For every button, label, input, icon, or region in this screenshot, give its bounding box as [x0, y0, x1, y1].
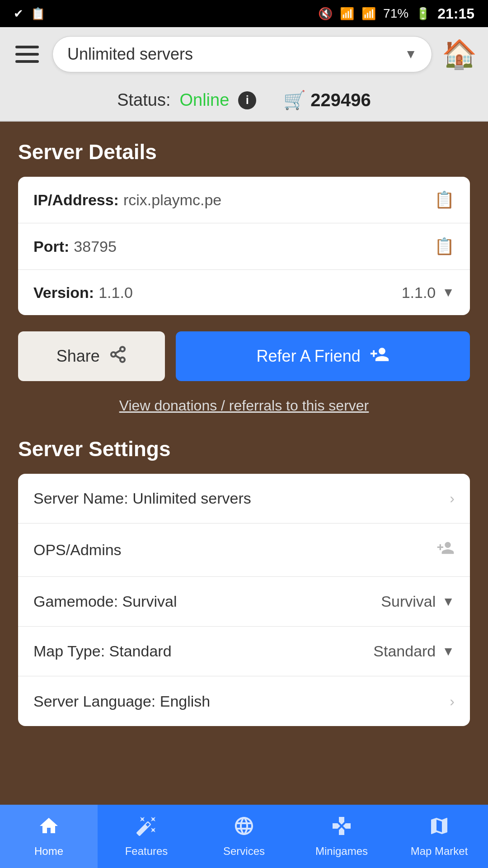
settings-gamemode-label: Gamemode: Survival	[33, 593, 381, 610]
settings-name-arrow-icon: ›	[450, 490, 455, 507]
gamemode-arrow-icon: ▼	[442, 594, 455, 609]
nav-home-label: Home	[34, 845, 63, 858]
add-admin-icon	[436, 539, 455, 561]
action-buttons: Share Refer A Friend	[18, 331, 470, 381]
ip-value: rcix.playmc.pe	[123, 191, 434, 209]
status-bar: ✔ 📋 🔇 📶 📶 71% 🔋 21:15	[0, 0, 488, 27]
server-dropdown-label: Unlimited servers	[67, 45, 193, 64]
settings-row-maptype[interactable]: Map Type: Standard Standard ▼	[18, 627, 470, 676]
battery-icon: 🔋	[416, 7, 430, 21]
settings-row-language[interactable]: Server Language: English ›	[18, 676, 470, 726]
status-time: 21:15	[437, 5, 474, 22]
share-icon	[109, 345, 127, 368]
version-row: Version: 1.1.0 1.1.0 ▼	[18, 270, 470, 315]
donations-link[interactable]: View donations / referrals to this serve…	[119, 397, 369, 414]
info-icon[interactable]: i	[238, 91, 256, 109]
settings-server-name-label: Server Name: Unlimited servers	[33, 490, 450, 507]
top-nav: Unlimited servers ▼ 🏠	[0, 27, 488, 81]
settings-language-arrow-icon: ›	[450, 693, 455, 710]
app-icon-2: 📋	[31, 7, 45, 21]
svg-line-4	[115, 350, 120, 353]
nav-map-market-label: Map Market	[411, 845, 468, 858]
port-value: 38795	[74, 238, 434, 255]
share-button[interactable]: Share	[18, 331, 165, 381]
settings-row-gamemode[interactable]: Gamemode: Survival Survival ▼	[18, 577, 470, 627]
maptype-arrow-icon: ▼	[442, 644, 455, 659]
refer-button[interactable]: Refer A Friend	[176, 331, 470, 381]
port-row: Port: 38795 📋	[18, 223, 470, 270]
ip-label: IP/Address:	[33, 191, 119, 209]
settings-row-name[interactable]: Server Name: Unlimited servers ›	[18, 474, 470, 524]
port-label: Port:	[33, 238, 69, 255]
wifi-icon: 📶	[340, 7, 354, 21]
status-value: Online	[179, 90, 229, 110]
refer-button-label: Refer A Friend	[257, 347, 361, 366]
home-icon: 🏠	[442, 38, 477, 71]
settings-maptype-label: Map Type: Standard	[33, 642, 373, 660]
settings-language-label: Server Language: English	[33, 693, 450, 710]
svg-line-3	[115, 355, 120, 359]
hamburger-line-1	[15, 46, 39, 48]
version-dropdown-arrow-icon: ▼	[442, 285, 455, 300]
refer-friend-icon	[370, 344, 389, 368]
signal-icon: 📶	[361, 7, 376, 21]
nav-map-market-icon	[428, 815, 450, 841]
nav-services-icon	[233, 815, 255, 841]
nav-minigames-icon	[331, 815, 352, 841]
server-dropdown-arrow-icon: ▼	[404, 47, 417, 61]
version-label: Version:	[33, 284, 94, 302]
info-icon-label: i	[246, 93, 249, 107]
maptype-value: Standard	[373, 642, 436, 660]
maptype-dropdown[interactable]: Standard ▼	[373, 642, 455, 660]
server-settings-card: Server Name: Unlimited servers › OPS/Adm…	[18, 474, 470, 726]
main-content: Server Details IP/Address: rcix.playmc.p…	[0, 122, 488, 815]
bottom-nav: Home Features Services Minigames	[0, 805, 488, 868]
ip-row: IP/Address: rcix.playmc.pe 📋	[18, 177, 470, 223]
nav-item-services[interactable]: Services	[195, 805, 293, 868]
version-dropdown[interactable]: 1.1.0 ▼	[402, 284, 455, 302]
cart-section[interactable]: 🛒 229496	[283, 90, 371, 111]
server-details-title: Server Details	[18, 140, 470, 164]
nav-item-minigames[interactable]: Minigames	[293, 805, 390, 868]
nav-item-home[interactable]: Home	[0, 805, 98, 868]
cart-number: 229496	[310, 90, 371, 110]
port-copy-icon[interactable]: 📋	[434, 237, 455, 256]
cart-icon: 🛒	[283, 90, 306, 111]
nav-services-label: Services	[223, 845, 265, 858]
status-text-label: Status:	[117, 90, 170, 110]
server-details-card: IP/Address: rcix.playmc.pe 📋 Port: 38795…	[18, 177, 470, 315]
hamburger-menu[interactable]	[11, 41, 43, 67]
app-icon-1: ✔	[14, 7, 23, 21]
server-dropdown[interactable]: Unlimited servers ▼	[52, 36, 432, 72]
nav-item-features[interactable]: Features	[98, 805, 195, 868]
hamburger-line-2	[15, 53, 39, 56]
server-settings-title: Server Settings	[18, 437, 470, 461]
gamemode-value: Survival	[381, 593, 436, 610]
home-button[interactable]: 🏠	[441, 36, 477, 72]
mute-icon: 🔇	[318, 7, 333, 21]
gamemode-dropdown[interactable]: Survival ▼	[381, 593, 455, 610]
version-selected-label: 1.1.0	[402, 284, 436, 302]
nav-item-map-market[interactable]: Map Market	[390, 805, 488, 868]
nav-features-icon	[136, 815, 157, 841]
share-button-label: Share	[56, 347, 100, 366]
settings-ops-label: OPS/Admins	[33, 541, 436, 559]
version-value: 1.1.0	[99, 284, 401, 302]
settings-row-ops[interactable]: OPS/Admins	[18, 524, 470, 577]
battery-label: 71%	[383, 6, 408, 21]
hamburger-line-3	[15, 60, 39, 63]
ip-copy-icon[interactable]: 📋	[434, 190, 455, 209]
nav-minigames-label: Minigames	[315, 845, 368, 858]
donations-link-section: View donations / referrals to this serve…	[18, 397, 470, 414]
nav-features-label: Features	[125, 845, 168, 858]
nav-home-icon	[38, 815, 60, 841]
status-row: Status: Online i 🛒 229496	[0, 81, 488, 122]
